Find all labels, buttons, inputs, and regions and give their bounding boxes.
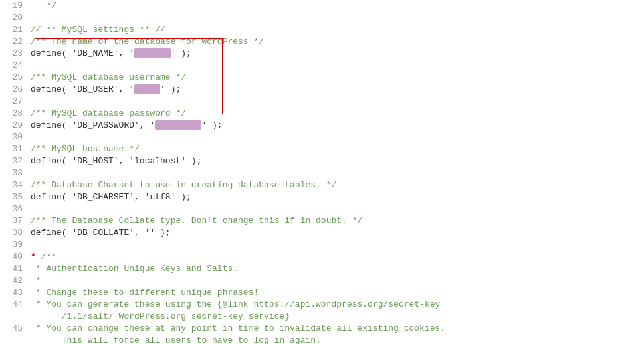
code-token: define( 'DB_COLLATE', '' ); bbox=[31, 228, 171, 238]
table-row: 37/** The Database Collate type. Don't c… bbox=[0, 215, 644, 227]
code-token: * Change these to different unique phras… bbox=[31, 288, 259, 298]
code-token: * You can change these at any point in t… bbox=[31, 323, 445, 333]
line-number: 28 bbox=[3, 108, 23, 120]
table-row: 42 * bbox=[0, 275, 644, 287]
line-content: */ bbox=[31, 0, 641, 12]
code-token bbox=[134, 84, 160, 94]
code-token bbox=[155, 120, 201, 130]
code-token: ' ); bbox=[201, 120, 222, 130]
line-content: // ** MySQL settings ** // bbox=[31, 24, 641, 36]
table-row: 28/** MySQL database password */ bbox=[0, 108, 644, 120]
line-number: 41 bbox=[3, 263, 23, 275]
code-token: define( 'DB_NAME', ' bbox=[31, 48, 134, 58]
line-content: define( 'DB_USER', ' ' ); bbox=[31, 84, 641, 96]
line-content: define( 'DB_CHARSET', 'utf8' ); bbox=[31, 191, 641, 203]
line-content: /1.1/salt/ WordPress.org secret-key serv… bbox=[31, 311, 641, 323]
code-token: define( 'DB_USER', ' bbox=[31, 84, 134, 94]
line-content: * /** bbox=[31, 251, 641, 263]
table-row: 33 bbox=[0, 167, 644, 179]
line-content: /** Database Charset to use in creating … bbox=[31, 179, 641, 191]
line-number: 30 bbox=[3, 131, 23, 143]
code-token: define( 'DB_CHARSET', 'utf8' ); bbox=[31, 192, 191, 202]
code-token: /** MySQL hostname */ bbox=[31, 144, 140, 154]
table-row: 45 * You can change these at any point i… bbox=[0, 323, 644, 335]
table-row: 30 bbox=[0, 131, 644, 143]
line-number: 40 bbox=[3, 251, 23, 263]
line-content: /** MySQL database password */ bbox=[31, 108, 641, 120]
line-number: 31 bbox=[3, 143, 23, 155]
table-row: 27 bbox=[0, 96, 644, 108]
table-row: 38define( 'DB_COLLATE', '' ); bbox=[0, 227, 644, 239]
line-number: 27 bbox=[3, 96, 23, 108]
line-content: This will force all users to have to log… bbox=[31, 335, 641, 344]
line-number: 23 bbox=[3, 48, 23, 60]
code-token: /** The name of the database for WordPre… bbox=[31, 37, 264, 46]
code-token: /1.1/salt/ WordPress.org secret-key serv… bbox=[31, 311, 290, 321]
line-number: 32 bbox=[3, 155, 23, 167]
code-token: ' ); bbox=[160, 84, 181, 94]
table-row: 36 bbox=[0, 203, 644, 215]
table-row: 44 * You can generate these using the {@… bbox=[0, 299, 644, 311]
code-token: * bbox=[31, 276, 41, 286]
table-row: /1.1/salt/ WordPress.org secret-key serv… bbox=[0, 311, 644, 323]
line-content: define( 'DB_NAME', ' ' ); bbox=[31, 48, 641, 60]
line-content: /** MySQL hostname */ bbox=[31, 143, 641, 155]
table-row: 26define( 'DB_USER', ' ' ); bbox=[0, 84, 644, 96]
table-row: 22/** The name of the database for WordP… bbox=[0, 36, 644, 48]
line-number: 43 bbox=[3, 287, 23, 299]
code-token: define( 'DB_PASSWORD', ' bbox=[31, 120, 155, 130]
line-number: 38 bbox=[3, 227, 23, 239]
line-number: 26 bbox=[3, 84, 23, 96]
line-content: * You can change these at any point in t… bbox=[31, 323, 641, 335]
code-token: * Authentication Unique Keys and Salts. bbox=[31, 264, 238, 274]
line-content: define( 'DB_HOST', 'localhost' ); bbox=[31, 155, 641, 167]
line-number: 25 bbox=[3, 72, 23, 84]
table-row: 24 bbox=[0, 60, 644, 72]
line-number: 36 bbox=[3, 203, 23, 215]
line-number: 22 bbox=[3, 36, 23, 48]
line-number: 42 bbox=[3, 275, 23, 287]
table-row: 20 bbox=[0, 12, 644, 24]
table-row: 21// ** MySQL settings ** // bbox=[0, 24, 644, 36]
line-content: * Authentication Unique Keys and Salts. bbox=[31, 263, 641, 275]
code-editor: 19 */2021// ** MySQL settings ** //22/**… bbox=[0, 0, 644, 344]
line-number: 24 bbox=[3, 60, 23, 72]
table-row: 39 bbox=[0, 239, 644, 251]
table-row: 25/** MySQL database username */ bbox=[0, 72, 644, 84]
line-content: * bbox=[31, 275, 641, 287]
line-number: 34 bbox=[3, 179, 23, 191]
line-number: 44 bbox=[3, 299, 23, 311]
table-row: 31/** MySQL hostname */ bbox=[0, 143, 644, 155]
line-content: * Change these to different unique phras… bbox=[31, 287, 641, 299]
code-token: // ** MySQL settings ** // bbox=[31, 25, 165, 35]
line-number: 37 bbox=[3, 215, 23, 227]
line-content: /** The Database Collate type. Don't cha… bbox=[31, 215, 641, 227]
code-token: /** Database Charset to use in creating … bbox=[31, 180, 336, 190]
table-row: 43 * Change these to different unique ph… bbox=[0, 287, 644, 299]
table-row: 41 * Authentication Unique Keys and Salt… bbox=[0, 263, 644, 275]
code-token: This will force all users to have to log… bbox=[31, 335, 321, 344]
line-number: 29 bbox=[3, 120, 23, 131]
line-content: /** MySQL database username */ bbox=[31, 72, 641, 84]
table-row: 29define( 'DB_PASSWORD', ' ' ); bbox=[0, 120, 644, 131]
table-row: 32define( 'DB_HOST', 'localhost' ); bbox=[0, 155, 644, 167]
table-row: 34/** Database Charset to use in creatin… bbox=[0, 179, 644, 191]
line-number: 20 bbox=[3, 12, 23, 24]
table-row: This will force all users to have to log… bbox=[0, 335, 644, 344]
code-token: define( 'DB_HOST', 'localhost' ); bbox=[31, 156, 201, 166]
code-token bbox=[134, 48, 171, 58]
arrow-marker: * bbox=[31, 252, 41, 262]
code-token: * You can generate these using the {@lin… bbox=[31, 300, 440, 309]
code-token: */ bbox=[31, 1, 56, 11]
line-number: 21 bbox=[3, 24, 23, 36]
table-row: 19 */ bbox=[0, 0, 644, 12]
line-number: 33 bbox=[3, 167, 23, 179]
code-token: /** MySQL database password */ bbox=[31, 108, 186, 118]
code-token: /** bbox=[41, 252, 56, 262]
line-number: 19 bbox=[3, 0, 23, 12]
line-content: define( 'DB_PASSWORD', ' ' ); bbox=[31, 120, 641, 131]
code-token: /** MySQL database username */ bbox=[31, 72, 186, 82]
line-content: /** The name of the database for WordPre… bbox=[31, 36, 641, 48]
line-content: * You can generate these using the {@lin… bbox=[31, 299, 641, 311]
table-row: 35define( 'DB_CHARSET', 'utf8' ); bbox=[0, 191, 644, 203]
